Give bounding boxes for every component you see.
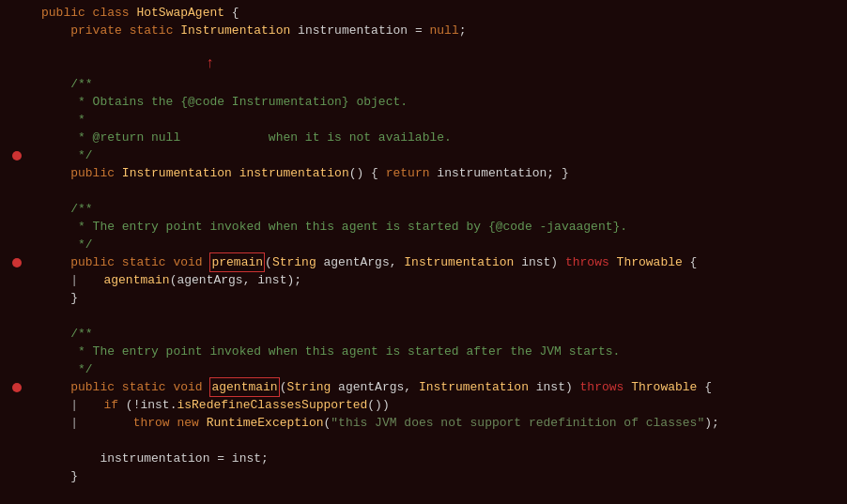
code-line-8: * @return null when it is not available. (41, 129, 847, 146)
comment-line-6: * Obtains the {@code Instrumentation} ob… (41, 93, 408, 111)
method-premain-highlighted: premain (209, 252, 265, 272)
comment-14-close: */ (41, 236, 93, 253)
code-line-20: * The entry point invoked when this agen… (41, 343, 847, 360)
method-instrumentation: instrumentation (239, 164, 349, 182)
param-agentargs-15: agentArgs, (316, 253, 405, 271)
code-line-15: public static void premain(String agentA… (41, 253, 847, 271)
execution-arrow-icon: ↑ (206, 55, 215, 73)
keyword-public-10: public (70, 164, 122, 182)
indent (41, 22, 70, 39)
kw-void-15: void (173, 253, 209, 271)
kw-static-22: static (122, 378, 174, 396)
code-line-11 (41, 182, 847, 200)
code-line-25 (41, 432, 847, 450)
breakpoint-icon (12, 258, 22, 267)
kw-public-22: public (70, 378, 122, 396)
indent-16b (82, 271, 103, 289)
gutter-line-3 (0, 39, 34, 57)
semicolon: ; (459, 22, 467, 39)
code-line-27: } (41, 467, 847, 485)
code-line-4: ↑ (41, 57, 847, 75)
paren-24b: ); (704, 414, 719, 432)
comment-line-8: * (41, 129, 93, 146)
var-instrumentation: instrumentation = (290, 22, 429, 39)
type-throwable-15: Throwable (617, 253, 683, 271)
keyword-null: null (430, 22, 459, 39)
gutter-line-15 (0, 253, 34, 271)
type-instr-10: Instrumentation (122, 164, 232, 182)
comment-javadoc-close: */ (41, 146, 93, 164)
throwable-22 (624, 378, 631, 396)
type-throwable-22: Throwable (631, 378, 697, 396)
kw-new-24: new (177, 414, 206, 432)
gutter-line-19 (0, 325, 34, 343)
comment-null-text: null when it is not available. (144, 129, 452, 146)
kw-throw-24: throw (133, 414, 177, 432)
comment-line-7: * (41, 111, 85, 129)
parens: () { (349, 164, 386, 182)
kw-void-22: void (173, 378, 209, 396)
gutter-line-11 (0, 182, 34, 200)
code-line-3 (41, 39, 847, 57)
code-line-21: */ (41, 360, 847, 378)
pipe-char-24: | (70, 414, 78, 432)
gutter-line-2 (0, 22, 34, 39)
code-line-10: public Instrumentation instrumentation()… (41, 164, 847, 182)
gutter-line-4 (0, 57, 34, 75)
code-line-22: public static void agentmain(String agen… (41, 378, 847, 396)
keyword-throws-22: throws (580, 378, 624, 396)
gutter-line-26 (0, 450, 34, 467)
method-agentmain-highlighted: agentmain (209, 377, 279, 397)
code-line-2: private static Instrumentation instrumen… (41, 22, 847, 39)
gutter-line-17 (0, 289, 34, 307)
code-content: public class HotSwapAgent { private stat… (34, 0, 847, 504)
gutter-line-12 (0, 200, 34, 218)
cond-23: (!inst. (118, 396, 177, 414)
pipe-char: | (70, 271, 78, 289)
code-line-23: | if (!inst.isRedefineClassesSupported()… (41, 396, 847, 414)
param-inst-22: inst) (529, 378, 580, 396)
gutter-line-8 (0, 129, 34, 146)
breakpoint-icon (12, 383, 22, 392)
indent-15 (41, 253, 70, 271)
kw-if-23: if (103, 396, 118, 414)
type-instr-22: Instrumentation (419, 378, 529, 396)
code-line-6: * Obtains the {@code Instrumentation} ob… (41, 93, 847, 111)
gutter-line-6 (0, 93, 34, 111)
brace-open: { (224, 4, 239, 22)
code-line-26: instrumentation = inst; (41, 450, 847, 467)
indent-22 (41, 378, 70, 396)
comment-21-close: */ (41, 360, 93, 378)
indent-24b (82, 414, 133, 432)
indent-19 (41, 325, 70, 343)
editor-gutter (0, 0, 34, 504)
pipe-23 (41, 396, 70, 414)
keyword-public: public (41, 4, 93, 22)
gutter-line-20 (0, 343, 34, 360)
type-string-15: String (272, 253, 316, 271)
code-line-14: */ (41, 236, 847, 253)
brace-15: { (683, 253, 698, 271)
param-inst-15: inst) (514, 253, 565, 271)
keyword-static: static (130, 22, 181, 39)
code-line-17: } (41, 289, 847, 307)
indent-17: } (41, 289, 78, 307)
gutter-line-13 (0, 218, 34, 236)
gutter-line-23 (0, 396, 34, 414)
code-editor: public class HotSwapAgent { private stat… (0, 0, 847, 504)
class-name: HotSwapAgent (136, 4, 224, 22)
breakpoint-icon (12, 151, 22, 160)
paren-23: ()) (367, 396, 389, 414)
gutter-line-16 (0, 271, 34, 289)
indent-23b (82, 396, 103, 414)
gutter-line-7 (0, 111, 34, 129)
paren-24a: ( (324, 414, 331, 432)
indent-27: } (41, 467, 78, 485)
string-exc-msg: "this JVM does not support redefinition … (331, 414, 704, 432)
pipe-char-23: | (70, 396, 78, 414)
comment-line-13: * The entry point invoked when this agen… (41, 218, 627, 236)
space (232, 164, 239, 182)
pipe-16 (41, 271, 70, 289)
gutter-line-21 (0, 360, 34, 378)
call-args-16: (agentArgs, inst); (170, 271, 301, 289)
